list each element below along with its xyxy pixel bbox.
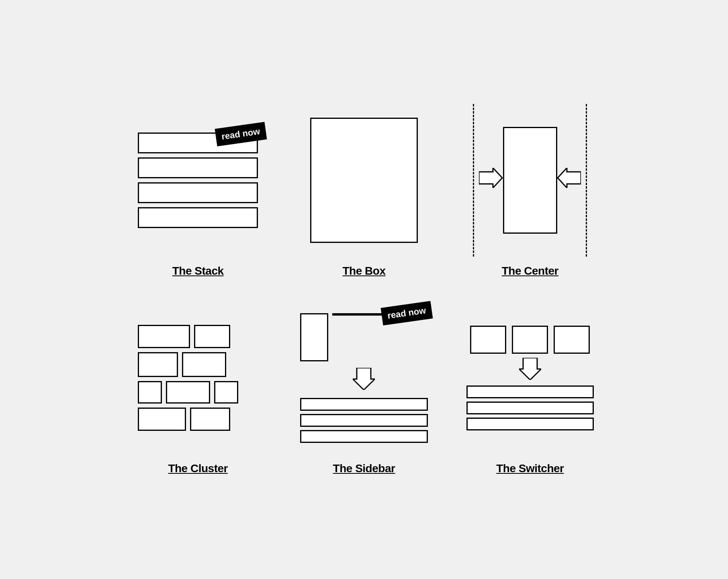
center-inner [455, 104, 605, 257]
switcher-box-2 [512, 326, 548, 354]
cluster-row-4 [138, 408, 258, 431]
sidebar-bar-1 [300, 398, 427, 411]
center-title: The Center [502, 265, 558, 277]
cluster-item-7 [214, 381, 238, 404]
cluster-grid [138, 325, 258, 431]
center-arrow-right-icon [479, 168, 503, 193]
stack-bar-3 [138, 182, 258, 203]
switcher-box-3 [554, 326, 590, 354]
cluster-cell: The Cluster [123, 302, 273, 475]
cluster-diagram [123, 302, 273, 454]
stack-bar-4 [138, 207, 258, 228]
center-arrow-left-icon [557, 168, 581, 193]
stack-bar-2 [138, 157, 258, 178]
svg-marker-3 [519, 358, 541, 380]
read-now-badge-stack[interactable]: read now [215, 122, 267, 147]
stack-cell: read now The Stack [123, 104, 273, 277]
switcher-title: The Switcher [496, 462, 564, 475]
cluster-row-2 [138, 352, 258, 377]
cluster-item-5 [138, 381, 162, 404]
sidebar-cell: read now The Sidebar [289, 302, 439, 475]
switcher-bars-container [466, 385, 594, 430]
switcher-arrow-down-icon [519, 358, 541, 381]
sidebar-narrow-box [300, 313, 328, 361]
cluster-title: The Cluster [168, 462, 228, 475]
sidebar-top-row: read now [300, 313, 427, 361]
box-shape [310, 118, 418, 243]
svg-marker-1 [558, 168, 581, 188]
switcher-box-1 [470, 326, 506, 354]
cluster-item-6 [166, 381, 210, 404]
stack-bars-container: read now [138, 133, 258, 228]
cluster-row-1 [138, 325, 258, 348]
sidebar-arrow-down-icon [353, 368, 375, 391]
sidebar-inner: read now [300, 313, 427, 443]
switcher-inner [466, 326, 594, 430]
switcher-top-row [466, 326, 594, 354]
center-dashed-right [586, 104, 587, 257]
read-now-badge-sidebar[interactable]: read now [381, 301, 433, 325]
cluster-item-3 [138, 352, 178, 377]
cluster-row-3 [138, 381, 258, 404]
switcher-diagram-container [455, 302, 605, 454]
sidebar-bar-3 [300, 430, 427, 443]
cluster-item-2 [194, 325, 230, 348]
center-diagram [455, 104, 605, 257]
sidebar-diagram-container: read now [289, 302, 439, 454]
cluster-item-8 [138, 408, 186, 431]
box-cell: The Box [289, 104, 439, 277]
center-box [503, 127, 557, 234]
sidebar-bar-2 [300, 414, 427, 427]
switcher-bar-2 [466, 402, 594, 414]
stack-diagram: read now [123, 104, 273, 257]
box-diagram-container [289, 104, 439, 257]
layout-grid: read now The Stack The Box [123, 104, 605, 475]
center-dashed-left [473, 104, 474, 257]
switcher-bar-1 [466, 385, 594, 398]
cluster-item-9 [190, 408, 230, 431]
sidebar-bars-container [300, 398, 427, 443]
sidebar-title: The Sidebar [333, 462, 395, 475]
cluster-item-1 [138, 325, 190, 348]
box-title: The Box [343, 265, 386, 277]
switcher-bar-3 [466, 418, 594, 430]
cluster-item-4 [182, 352, 226, 377]
center-cell: The Center [455, 104, 605, 277]
stack-title: The Stack [172, 265, 224, 277]
switcher-cell: The Switcher [455, 302, 605, 475]
svg-marker-2 [353, 368, 375, 390]
svg-marker-0 [479, 168, 502, 188]
